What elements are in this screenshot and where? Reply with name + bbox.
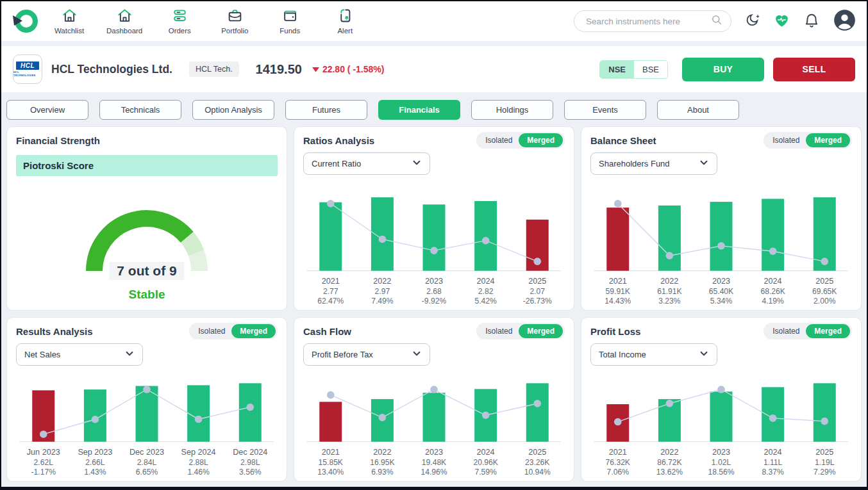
svg-text:2.77: 2.77	[323, 287, 338, 296]
svg-text:1.19L: 1.19L	[815, 458, 835, 467]
isolated-merged-toggle: Isolated Merged	[764, 132, 852, 149]
panel-title: Balance Sheet	[590, 135, 656, 146]
score-gauge-area: 7 out of 9 Stable	[16, 199, 278, 302]
home-icon	[117, 8, 133, 26]
tab-futures[interactable]: Futures	[285, 100, 367, 120]
svg-text:1.11L: 1.11L	[764, 458, 783, 467]
svg-text:2023: 2023	[425, 277, 443, 286]
svg-text:2021: 2021	[609, 448, 627, 457]
svg-text:2024: 2024	[477, 277, 495, 286]
isolated-option[interactable]: Isolated	[766, 134, 806, 147]
nav-item-orders[interactable]: Orders	[162, 8, 197, 35]
svg-text:Sep 2023: Sep 2023	[78, 448, 112, 457]
svg-text:2022: 2022	[660, 277, 678, 286]
chevron-down-icon	[699, 348, 709, 361]
svg-text:1.46%: 1.46%	[187, 468, 210, 477]
nav-item-portfolio[interactable]: Portfolio	[217, 8, 253, 35]
svg-text:2.97: 2.97	[375, 287, 390, 296]
svg-text:2021: 2021	[609, 277, 627, 286]
svg-text:65.40K: 65.40K	[709, 287, 733, 296]
panel-title: Ratios Analysis	[303, 135, 374, 146]
isolated-option[interactable]: Isolated	[192, 325, 231, 338]
isolated-option[interactable]: Isolated	[479, 325, 519, 338]
dark-mode-toggle[interactable]	[744, 12, 760, 30]
market-pulse-button[interactable]	[773, 12, 790, 31]
isolated-option[interactable]: Isolated	[766, 325, 806, 338]
svg-text:-9.92%: -9.92%	[422, 297, 447, 306]
search-box[interactable]	[574, 10, 731, 32]
status-text: Stable	[128, 288, 165, 302]
sell-button[interactable]: SELL	[773, 58, 855, 81]
nav-item-alert[interactable]: Alert	[327, 8, 363, 35]
svg-text:2022: 2022	[373, 277, 391, 286]
svg-text:2023: 2023	[712, 448, 730, 457]
svg-text:3.23%: 3.23%	[658, 297, 681, 306]
svg-text:Jun 2023: Jun 2023	[27, 448, 60, 457]
merged-option[interactable]: Merged	[231, 324, 276, 338]
alert-icon	[337, 8, 353, 26]
piotroski-score-item[interactable]: Piotroski Score	[16, 155, 278, 176]
svg-text:62.47%: 62.47%	[317, 297, 344, 306]
notifications-button[interactable]	[803, 12, 820, 31]
svg-text:15.85K: 15.85K	[319, 458, 343, 467]
svg-text:2025: 2025	[528, 448, 546, 457]
tab-overview[interactable]: Overview	[6, 100, 88, 120]
nav-item-label: Orders	[169, 27, 191, 35]
avatar	[833, 8, 856, 34]
company-logo: HCL HCL TECHNOLOGIES	[13, 54, 42, 84]
search-input[interactable]	[585, 16, 710, 27]
svg-text:2.66L: 2.66L	[85, 458, 105, 467]
nav-item-label: Funds	[280, 27, 300, 35]
brand-logo[interactable]	[12, 7, 40, 35]
svg-text:7.06%: 7.06%	[607, 468, 630, 477]
svg-text:2025: 2025	[528, 277, 546, 286]
isolated-merged-toggle: Isolated Merged	[476, 132, 565, 149]
svg-text:7.29%: 7.29%	[814, 468, 836, 477]
tab-events[interactable]: Events	[564, 100, 646, 120]
cash-flow-metric-dropdown[interactable]: Profit Before Tax	[303, 343, 430, 366]
results-analysis-metric-dropdown[interactable]: Net Sales	[16, 343, 143, 366]
exchange-nse[interactable]: NSE	[600, 61, 634, 78]
nav-item-label: Portfolio	[221, 27, 248, 35]
tab-option-analysis[interactable]: Option Analysis	[192, 100, 274, 120]
nav-item-watchlist[interactable]: Watchlist	[51, 8, 87, 35]
merged-option[interactable]: Merged	[519, 324, 563, 338]
stock-header: HCL HCL TECHNOLOGIES HCL Technologies Lt…	[1, 46, 867, 92]
ratios-analysis-metric-dropdown[interactable]: Current Ratio	[303, 152, 430, 175]
symbol-badge: HCL Tech.	[189, 61, 239, 77]
svg-text:2025: 2025	[815, 448, 833, 457]
balance-sheet-metric-dropdown[interactable]: Shareholders Fund	[590, 152, 717, 175]
profit-loss-metric-dropdown[interactable]: Total Income	[590, 343, 717, 366]
svg-text:14.43%: 14.43%	[605, 297, 631, 306]
primary-nav: Watchlist Dashboard Orders Portfolio Fun…	[51, 8, 363, 35]
svg-text:13.40%: 13.40%	[317, 468, 344, 477]
nav-item-dashboard[interactable]: Dashboard	[106, 8, 142, 35]
panel-ratios-analysis: Ratios Analysis Isolated Merged Current …	[294, 126, 574, 311]
merged-option[interactable]: Merged	[519, 133, 563, 147]
svg-text:76.32K: 76.32K	[606, 458, 630, 467]
tab-about[interactable]: About	[657, 100, 739, 120]
company-name: HCL Technologies Ltd.	[51, 63, 172, 76]
down-triangle-icon	[312, 67, 319, 72]
svg-text:3.56%: 3.56%	[239, 468, 262, 477]
svg-text:2024: 2024	[764, 448, 782, 457]
merged-option[interactable]: Merged	[806, 324, 850, 338]
tab-holdings[interactable]: Holdings	[471, 100, 553, 120]
tab-technicals[interactable]: Technicals	[99, 100, 181, 120]
svg-text:19.48K: 19.48K	[422, 458, 446, 467]
svg-text:5.34%: 5.34%	[710, 297, 733, 306]
svg-text:18.56%: 18.56%	[708, 468, 734, 477]
svg-text:4.19%: 4.19%	[762, 297, 784, 306]
panel-results-analysis: Results Analysis Isolated Merged Net Sal…	[6, 317, 287, 482]
exchange-bse[interactable]: BSE	[634, 61, 667, 78]
svg-text:Dec 2023: Dec 2023	[129, 448, 164, 457]
isolated-option[interactable]: Isolated	[479, 134, 519, 147]
tab-financials[interactable]: Financials	[378, 100, 460, 120]
merged-option[interactable]: Merged	[806, 133, 850, 147]
buy-button[interactable]: BUY	[682, 58, 764, 81]
nav-item-funds[interactable]: Funds	[272, 8, 308, 35]
svg-text:2021: 2021	[322, 448, 340, 457]
home-icon	[62, 8, 78, 26]
nav-item-label: Dashboard	[106, 27, 142, 35]
profile-button[interactable]	[833, 8, 856, 34]
